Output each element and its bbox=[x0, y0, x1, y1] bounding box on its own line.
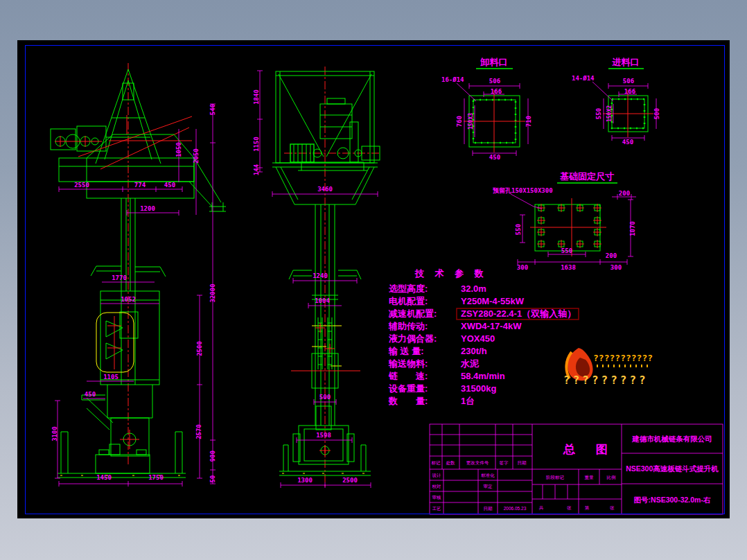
tb-date-label: 日期 bbox=[484, 506, 493, 511]
foundation-note: 预留孔150X150X300 bbox=[493, 187, 553, 194]
tb-header-sign: 签字 bbox=[500, 460, 509, 465]
cad-drawing-page: { "colors": { "line_green": "#00f000", "… bbox=[0, 0, 747, 560]
front-elevation-view: 3460 1240 1004 500 1598 1300 2500 1840 1… bbox=[253, 67, 380, 488]
tb-header-doc-no: 更改文件号 bbox=[466, 460, 489, 466]
dim-2050: 2050 bbox=[193, 148, 200, 164]
discharge-port-detail: 卸料口 16-Ø14 506 166 760 150X3 710 450 bbox=[441, 57, 532, 161]
foundation-plan-detail: 基础固定尺寸 预留孔150X150X300 200 1070 550 550 1… bbox=[493, 171, 636, 271]
discharge-dim-450: 450 bbox=[489, 154, 500, 161]
param-label: 数 量: bbox=[388, 396, 428, 406]
foundation-dim-300-left: 300 bbox=[517, 264, 528, 271]
dim-1598: 1598 bbox=[316, 432, 331, 439]
param-label: 减速机配置: bbox=[388, 308, 437, 319]
param-label: 输 送 量: bbox=[388, 346, 424, 356]
discharge-port-title: 卸料口 bbox=[480, 57, 508, 67]
tb-scale-label: 比例 bbox=[607, 475, 616, 480]
param-value: YOX450 bbox=[461, 333, 495, 344]
tech-params-title: 技 术 参 数 bbox=[414, 268, 488, 279]
tb-sheet-total-right: 张 bbox=[567, 505, 572, 511]
dim-450-mid: 450 bbox=[85, 391, 96, 398]
foundation-dim-1638: 1638 bbox=[561, 264, 576, 271]
discharge-dim-710: 710 bbox=[525, 116, 532, 127]
discharge-dim-166: 166 bbox=[491, 88, 502, 95]
tb-product: NSE300高速板链斗式提升机 bbox=[626, 464, 719, 473]
param-value: 58.4m/min bbox=[461, 371, 505, 381]
dim-1105: 1105 bbox=[103, 374, 118, 380]
watermark-text-row2: ????????? bbox=[563, 374, 649, 387]
param-value: Y250M-4-55kW bbox=[461, 296, 525, 306]
param-value: 水泥 bbox=[460, 358, 480, 369]
inlet-port-title: 进料口 bbox=[612, 57, 640, 67]
param-label: 电机配置: bbox=[389, 296, 428, 306]
foundation-anchor-bolts bbox=[537, 204, 601, 248]
foundation-dim-550-left: 550 bbox=[515, 224, 522, 235]
left-elevation-view: 2550 774 450 1200 1770 1052 1105 450 145… bbox=[51, 63, 226, 487]
dim-2570: 2570 bbox=[195, 424, 202, 439]
discharge-dim-506: 506 bbox=[489, 78, 500, 85]
dim-1450: 1450 bbox=[96, 474, 112, 481]
foundation-dim-1070: 1070 bbox=[629, 221, 636, 236]
tb-row-check: 校对 bbox=[432, 484, 442, 489]
tb-header-mark: 标记 bbox=[431, 460, 441, 466]
watermark-ticks bbox=[597, 365, 648, 367]
tb-row-design: 设计 bbox=[432, 473, 442, 478]
tb-header-count: 处数 bbox=[446, 460, 456, 466]
dim-774: 774 bbox=[134, 182, 146, 189]
inlet-dim-150x2: 150X2 bbox=[606, 105, 613, 122]
tb-date-value: 2006.05.23 bbox=[504, 506, 527, 511]
tb-row-approve: 审定 bbox=[484, 484, 493, 489]
tb-header-date: 日期 bbox=[518, 460, 527, 465]
param-label: 液力偶合器: bbox=[388, 333, 437, 344]
dim-1750: 1750 bbox=[148, 474, 164, 481]
foundation-dim-300-right: 300 bbox=[610, 264, 622, 271]
tb-row-standard: 标准化 bbox=[480, 473, 495, 478]
drawing-canvas: 2550 774 450 1200 1770 1052 1105 450 145… bbox=[17, 40, 730, 518]
dim-3100: 3100 bbox=[51, 426, 58, 441]
inlet-dim-550: 550 bbox=[595, 108, 602, 119]
param-value: XWD4-17-4kW bbox=[461, 321, 522, 331]
inlet-dim-500: 500 bbox=[653, 108, 660, 119]
inlet-bolt-note: 14-Ø14 bbox=[572, 75, 595, 82]
foundation-dim-550-bottom: 550 bbox=[561, 247, 572, 254]
inlet-dim-450: 450 bbox=[622, 139, 633, 146]
dim-1770: 1770 bbox=[112, 274, 127, 281]
param-value: ZSY280-22.4-1（双输入轴） bbox=[461, 308, 576, 319]
cad-drawing: 2550 774 450 1200 1770 1052 1105 450 145… bbox=[17, 40, 730, 518]
watermark-logo: ??????????? ????????? bbox=[563, 348, 653, 387]
dim-3460: 3460 bbox=[317, 186, 333, 193]
tech-params-table: 技 术 参 数 选型高度: 32.0m 电机配置: Y250M-4-55kW 减… bbox=[388, 268, 579, 406]
tb-sheet-no-left: 第 bbox=[585, 505, 590, 510]
dim-540: 540 bbox=[209, 104, 216, 115]
param-label: 辅助传动: bbox=[388, 321, 428, 331]
dim-900: 900 bbox=[209, 450, 216, 462]
tb-weight-label: 重量 bbox=[585, 475, 595, 480]
param-label: 链 速: bbox=[388, 371, 428, 381]
dim-450-top: 450 bbox=[164, 182, 175, 189]
discharge-dim-150x3: 150X3 bbox=[468, 113, 474, 130]
title-block: 标记 处数 更改文件号 签字 日期 设计 标准化 校对 审定 审核 工艺 日期 … bbox=[430, 424, 723, 514]
inlet-dim-166: 166 bbox=[624, 88, 635, 95]
dim-1240: 1240 bbox=[313, 272, 328, 279]
param-value: 1台 bbox=[461, 396, 475, 406]
dim-2500-front: 2500 bbox=[342, 477, 358, 484]
param-value: 32.0m bbox=[461, 283, 486, 294]
tb-sheet-no-right: 张 bbox=[610, 505, 615, 511]
dim-2500: 2500 bbox=[196, 341, 203, 356]
tb-row-review: 审核 bbox=[432, 495, 442, 500]
foundation-dim-200-bottom: 200 bbox=[606, 252, 617, 259]
inlet-port-detail: 进料口 14-Ø14 506 166 550 150X2 500 450 bbox=[572, 57, 660, 146]
dim-1052: 1052 bbox=[121, 296, 136, 303]
param-label: 输送物料: bbox=[388, 358, 428, 369]
param-value: 230t/h bbox=[461, 346, 487, 356]
dim-1300: 1300 bbox=[297, 477, 313, 484]
dim-50: 50 bbox=[209, 475, 216, 483]
tb-stage-label: 阶段标记 bbox=[546, 475, 565, 480]
foundation-title: 基础固定尺寸 bbox=[560, 171, 614, 182]
param-label: 设备重量: bbox=[388, 383, 428, 394]
tb-company: 建德市机械链条有限公司 bbox=[631, 435, 712, 443]
foundation-dim-200-top: 200 bbox=[619, 190, 630, 197]
dim-144: 144 bbox=[253, 164, 260, 175]
dim-1050: 1050 bbox=[175, 142, 182, 157]
dim-1200: 1200 bbox=[140, 205, 155, 212]
inlet-dim-506: 506 bbox=[623, 78, 634, 85]
